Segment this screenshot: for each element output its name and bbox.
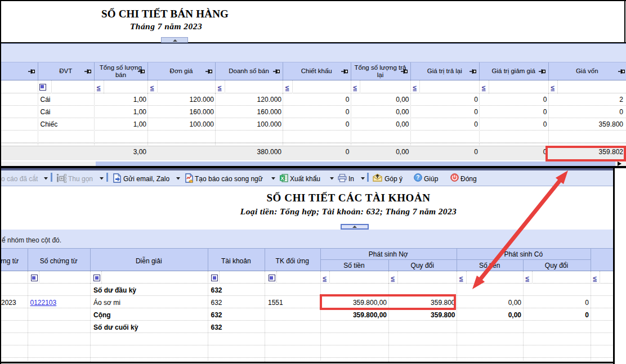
svg-text:X: X	[281, 176, 284, 181]
svg-text:?: ?	[416, 174, 419, 181]
